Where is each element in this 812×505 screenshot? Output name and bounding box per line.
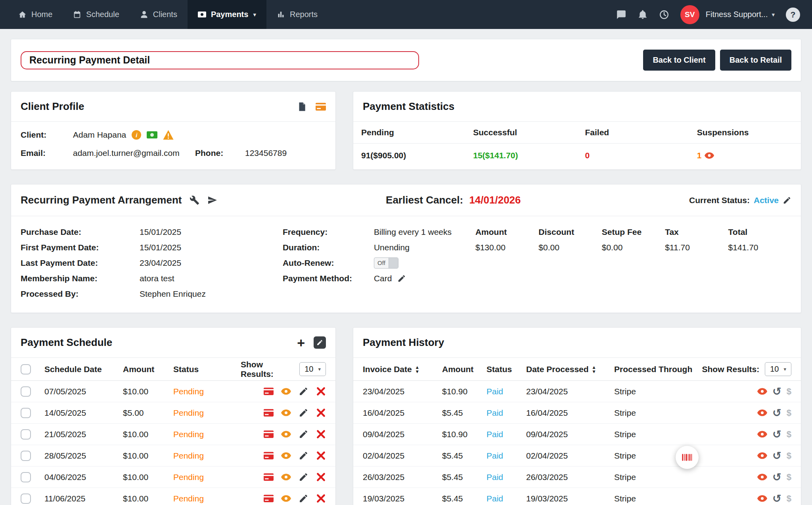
delete-icon[interactable]: [316, 408, 326, 418]
back-to-retail-button[interactable]: Back to Retail: [720, 50, 791, 71]
nav-item-clients[interactable]: Clients: [130, 0, 188, 29]
refund-icon[interactable]: ↺: [772, 385, 781, 398]
edit-icon[interactable]: [299, 408, 308, 418]
delete-icon[interactable]: [316, 429, 326, 439]
barcode-launcher-button[interactable]: [676, 446, 699, 469]
edit-icon[interactable]: [299, 386, 308, 396]
payment-history-card: Payment History Invoice Date ▴▾ Amount S…: [353, 327, 801, 505]
nav-schedule-label: Schedule: [86, 10, 119, 19]
view-icon[interactable]: [757, 493, 767, 503]
client-profile-title: Client Profile: [21, 100, 84, 113]
row-checkbox[interactable]: [21, 493, 31, 504]
page-title[interactable]: Recurring Payment Detail: [21, 51, 419, 69]
invoice-date-header[interactable]: Invoice Date ▴▾: [363, 365, 442, 374]
view-icon[interactable]: [281, 472, 291, 482]
edit-icon[interactable]: [299, 451, 308, 461]
charge-card-icon[interactable]: [264, 472, 274, 482]
eye-icon[interactable]: [705, 152, 714, 159]
clock-icon[interactable]: [659, 10, 669, 20]
dollar-icon[interactable]: $: [787, 408, 791, 418]
nav-item-payments[interactable]: Payments ▾: [188, 0, 266, 29]
schedule-row: 07/05/2025$10.00Pending: [11, 381, 335, 402]
select-all-checkbox[interactable]: [21, 364, 31, 374]
processed-through: Stripe: [614, 408, 757, 418]
row-checkbox[interactable]: [21, 386, 31, 397]
help-icon[interactable]: ?: [786, 8, 800, 22]
delete-icon[interactable]: [316, 493, 326, 503]
document-icon[interactable]: [297, 102, 307, 112]
date-processed: 02/04/2025: [526, 451, 614, 461]
edit-icon[interactable]: [299, 493, 308, 503]
history-status: Paid: [486, 494, 526, 503]
delete-icon[interactable]: [316, 472, 326, 482]
account-menu[interactable]: Fitness Support... ▾: [706, 10, 775, 19]
delete-icon[interactable]: [316, 386, 326, 396]
chat-icon[interactable]: [616, 10, 626, 20]
bell-icon[interactable]: [638, 10, 648, 20]
row-checkbox[interactable]: [21, 472, 31, 482]
dollar-icon[interactable]: $: [787, 451, 791, 461]
dollar-icon[interactable]: $: [787, 472, 791, 482]
avatar[interactable]: SV: [680, 5, 699, 24]
show-results-select[interactable]: 10 ▾: [299, 362, 326, 376]
refund-icon[interactable]: ↺: [772, 471, 781, 484]
discount-header: Discount: [538, 227, 601, 237]
edit-status-icon[interactable]: [783, 196, 791, 205]
view-icon[interactable]: [281, 386, 291, 396]
send-icon[interactable]: [207, 195, 217, 205]
dollar-icon[interactable]: $: [787, 429, 791, 440]
add-payment-icon[interactable]: +: [297, 338, 305, 348]
view-icon[interactable]: [757, 472, 767, 482]
sort-icon[interactable]: ▴▾: [593, 365, 596, 374]
delete-icon[interactable]: [316, 451, 326, 461]
bulk-edit-icon[interactable]: [314, 336, 326, 349]
arrangement-header: Recurring Payment Arrangement Earliest C…: [11, 184, 801, 216]
view-icon[interactable]: [757, 451, 767, 461]
refund-icon[interactable]: ↺: [772, 428, 781, 441]
row-checkbox[interactable]: [21, 429, 31, 440]
page-title-text: Recurring Payment Detail: [29, 54, 150, 66]
row-checkbox[interactable]: [21, 451, 31, 461]
charge-card-icon[interactable]: [264, 408, 274, 418]
charge-card-icon[interactable]: [264, 386, 274, 396]
view-icon[interactable]: [281, 429, 291, 439]
refund-icon[interactable]: ↺: [772, 449, 781, 462]
edit-icon[interactable]: [299, 472, 308, 482]
cash-icon[interactable]: [147, 131, 157, 138]
nav-item-reports[interactable]: Reports: [266, 0, 328, 29]
view-icon[interactable]: [757, 408, 767, 418]
view-icon[interactable]: [281, 493, 291, 503]
date-processed: 26/03/2025: [526, 472, 614, 482]
current-status-value[interactable]: Active: [754, 196, 779, 205]
client-name[interactable]: Adam Hapana: [73, 130, 126, 140]
view-icon[interactable]: [757, 386, 767, 396]
charge-card-icon[interactable]: [264, 429, 274, 439]
sort-icon[interactable]: ▴▾: [416, 365, 419, 374]
show-results-select[interactable]: 10 ▾: [765, 362, 791, 376]
dollar-icon[interactable]: $: [787, 386, 791, 397]
charge-card-icon[interactable]: [264, 451, 274, 461]
view-icon[interactable]: [281, 408, 291, 418]
wrench-icon[interactable]: [190, 195, 199, 205]
edit-payment-method-icon[interactable]: [397, 274, 406, 283]
credit-card-icon[interactable]: [316, 102, 326, 112]
refund-icon[interactable]: ↺: [772, 492, 781, 505]
nav-item-schedule[interactable]: Schedule: [63, 0, 129, 29]
warning-icon[interactable]: [163, 130, 174, 140]
info-icon[interactable]: i: [132, 130, 141, 140]
dollar-icon[interactable]: $: [787, 493, 791, 504]
edit-icon[interactable]: [299, 429, 308, 439]
view-icon[interactable]: [757, 429, 767, 439]
nav-home-label: Home: [31, 10, 52, 19]
view-icon[interactable]: [281, 451, 291, 461]
nav-item-home[interactable]: Home: [8, 0, 63, 29]
first-payment-date-label: First Payment Date:: [21, 243, 140, 252]
schedule-status: Pending: [173, 408, 241, 418]
date-processed-header[interactable]: Date Processed ▴▾: [526, 365, 614, 374]
charge-card-icon[interactable]: [264, 493, 274, 503]
auto-renew-toggle[interactable]: Off: [374, 257, 398, 269]
row-checkbox[interactable]: [21, 408, 31, 418]
refund-icon[interactable]: ↺: [772, 407, 781, 419]
history-status: Paid: [486, 387, 526, 396]
back-to-client-button[interactable]: Back to Client: [643, 50, 715, 71]
